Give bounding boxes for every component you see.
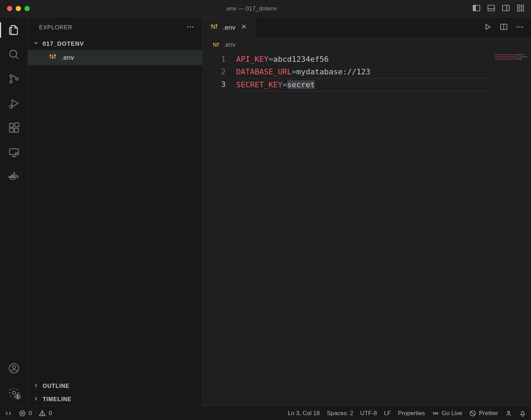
svg-rect-28: [11, 174, 13, 176]
svg-rect-17: [9, 123, 13, 127]
status-feedback-icon[interactable]: [505, 410, 512, 417]
env-key: SECRET_KEY: [236, 80, 282, 89]
sidebar-explorer: EXPLORER 017_DOTENV .env OUTLINE TIMELIN…: [28, 17, 203, 406]
svg-point-56: [522, 26, 523, 28]
timeline-section[interactable]: TIMELINE: [28, 393, 202, 406]
svg-line-11: [15, 56, 18, 59]
svg-point-61: [215, 45, 216, 46]
warning-count: 0: [49, 410, 52, 417]
remote-indicator[interactable]: [5, 410, 12, 417]
svg-marker-51: [486, 24, 490, 29]
status-prettier[interactable]: Prettier: [469, 410, 498, 417]
status-indent[interactable]: Spaces: 2: [327, 410, 354, 417]
code-line[interactable]: DATABASE_URL=mydatabase://123: [236, 66, 493, 78]
toggle-panel-icon[interactable]: [487, 4, 495, 14]
status-golive[interactable]: Go Live: [432, 410, 463, 417]
status-encoding[interactable]: UTF-8: [360, 410, 377, 417]
tab-label: .env: [223, 24, 235, 31]
editor-more-icon[interactable]: [516, 23, 524, 32]
window-title: .env — 017_dotenv: [30, 5, 472, 12]
svg-point-47: [213, 27, 215, 28]
chevron-down-icon: [33, 40, 39, 48]
code-line[interactable]: API_KEY=abcd1234ef56: [236, 53, 493, 66]
activity-bar: 1: [0, 17, 28, 406]
status-eol[interactable]: LF: [384, 410, 391, 417]
svg-point-71: [508, 411, 510, 413]
folder-header[interactable]: 017_DOTENV: [28, 38, 202, 50]
svg-point-40: [50, 55, 51, 56]
editor-group: .env .env 1 2 3 API_KEY=abcd1234ef56 DAT…: [203, 17, 531, 406]
file-name: .env: [61, 54, 74, 61]
toggle-primary-sidebar-icon[interactable]: [472, 4, 481, 14]
split-editor-icon[interactable]: [500, 23, 508, 32]
outline-label: OUTLINE: [43, 383, 70, 389]
activity-docker[interactable]: [8, 170, 20, 183]
activity-source-control[interactable]: [8, 73, 20, 85]
svg-rect-19: [14, 128, 18, 132]
equals-sign: =: [292, 67, 296, 76]
svg-point-24: [15, 153, 17, 155]
line-gutter: 1 2 3: [203, 52, 236, 406]
activity-settings[interactable]: 1: [8, 386, 20, 399]
golive-label: Go Live: [442, 410, 463, 417]
explorer-title: EXPLORER: [39, 24, 72, 31]
status-warnings[interactable]: 0: [39, 410, 52, 417]
chevron-right-icon: [33, 396, 39, 403]
env-key: DATABASE_URL: [236, 67, 292, 76]
svg-point-55: [519, 26, 521, 28]
close-tab-icon[interactable]: [240, 23, 247, 32]
prettier-label: Prettier: [479, 410, 498, 417]
activity-remote-explorer[interactable]: [8, 146, 20, 159]
svg-rect-4: [503, 5, 509, 11]
activity-run-debug[interactable]: [8, 97, 20, 110]
line-number: 1: [203, 53, 226, 66]
svg-point-48: [216, 25, 217, 26]
svg-rect-2: [488, 5, 495, 11]
code-editor[interactable]: 1 2 3 API_KEY=abcd1234ef56 DATABASE_URL=…: [203, 52, 531, 406]
svg-rect-21: [9, 149, 19, 155]
env-key: API_KEY: [236, 55, 269, 64]
tab-env[interactable]: .env: [203, 17, 255, 37]
svg-rect-29: [13, 174, 15, 176]
maximize-window-button[interactable]: [24, 6, 30, 11]
svg-rect-20: [15, 123, 19, 127]
breadcrumb[interactable]: .env: [203, 38, 531, 52]
status-errors[interactable]: 0: [19, 410, 32, 417]
outline-section[interactable]: OUTLINE: [28, 380, 202, 393]
close-window-button[interactable]: [7, 6, 12, 11]
settings-file-icon: [210, 23, 218, 32]
activity-accounts[interactable]: [8, 362, 20, 375]
tabs-bar: .env: [203, 17, 531, 38]
svg-point-35: [190, 26, 191, 28]
file-tree-item-env[interactable]: .env: [28, 50, 202, 65]
svg-point-67: [42, 414, 43, 415]
code-line-active[interactable]: SECRET_KEY=secret: [236, 78, 493, 91]
svg-marker-15: [12, 100, 18, 107]
env-value: mydatabase://123: [296, 67, 370, 76]
line-number: 2: [203, 66, 226, 78]
status-bell-icon[interactable]: [519, 410, 526, 417]
svg-rect-1: [473, 5, 476, 11]
svg-rect-7: [521, 5, 524, 7]
title-actions: [472, 4, 527, 14]
customize-layout-icon[interactable]: [516, 4, 525, 14]
chevron-right-icon: [33, 382, 39, 390]
code-content[interactable]: API_KEY=abcd1234ef56 DATABASE_URL=mydata…: [236, 52, 493, 406]
explorer-more-icon[interactable]: [186, 23, 195, 32]
minimize-window-button[interactable]: [16, 6, 21, 11]
svg-point-34: [187, 26, 189, 28]
run-file-icon[interactable]: [483, 23, 492, 32]
timeline-label: TIMELINE: [43, 396, 72, 403]
title-bar: .env — 017_dotenv: [0, 0, 531, 17]
status-bar: 0 0 Ln 3, Col 18 Spaces: 2 UTF-8 LF Prop…: [0, 406, 531, 420]
toggle-secondary-sidebar-icon[interactable]: [502, 4, 510, 14]
activity-search[interactable]: [8, 48, 20, 61]
activity-extensions[interactable]: [8, 121, 20, 134]
equals-sign: =: [282, 80, 287, 89]
minimap[interactable]: [493, 52, 531, 406]
activity-explorer[interactable]: [8, 24, 20, 36]
svg-point-10: [9, 50, 16, 57]
status-cursor[interactable]: Ln 3, Col 18: [288, 410, 320, 417]
status-language[interactable]: Properties: [398, 410, 425, 417]
svg-rect-9: [521, 9, 524, 11]
